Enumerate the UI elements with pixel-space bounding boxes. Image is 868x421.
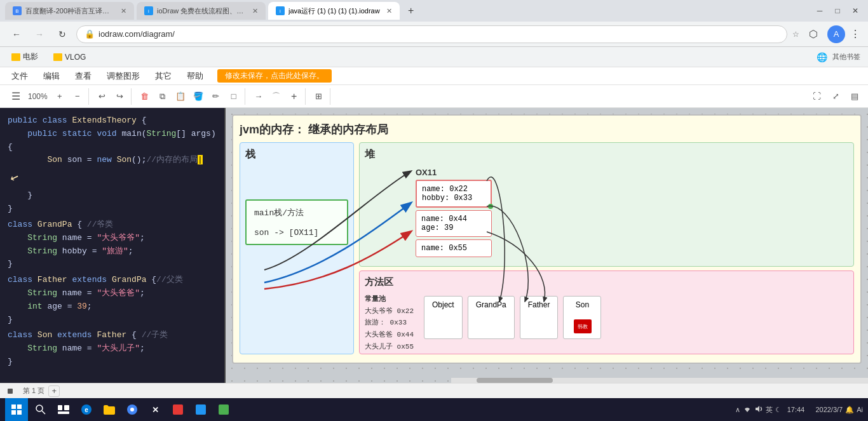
code-line-7: String name = "大头爷爷";	[8, 232, 217, 245]
shape-button[interactable]: □	[226, 88, 242, 105]
heap-box2-line2: age: 39	[421, 224, 486, 232]
taskbar-app7[interactable]	[191, 399, 211, 420]
stack-main-line3: son -> [OX11]	[254, 228, 339, 237]
grid-button[interactable]: ⊞	[311, 88, 327, 105]
right-sections: 堆 OX11 name: 0x22 hobby: 0x33	[359, 142, 854, 354]
connection-button[interactable]: →	[250, 88, 267, 105]
forward-button[interactable]: →	[31, 25, 48, 43]
undo-button[interactable]: ↩	[94, 88, 111, 105]
h-scrollbar-thumb[interactable]	[477, 378, 553, 383]
taskbar-x[interactable]: ✕	[145, 399, 165, 420]
bookmark-vlog[interactable]: VLOG	[50, 51, 90, 63]
code-line-3: Son son = new Son();//内存的布局| ↗	[8, 154, 217, 189]
main-canvas-area: public class ExtendsTheory { public stat…	[0, 108, 868, 383]
resize-handle-1[interactable]	[488, 204, 493, 209]
menu-help[interactable]: 帮助	[180, 69, 210, 83]
line-color-button[interactable]: ✏	[208, 88, 224, 105]
reload-button[interactable]: ↻	[53, 25, 71, 43]
code-line-8: String hobby = "旅游";	[8, 245, 217, 258]
zoom-in-button[interactable]: +	[51, 88, 68, 105]
add-page-button[interactable]: +	[48, 385, 60, 397]
profile-button[interactable]: A	[827, 25, 845, 43]
heap-box1-line1: name: 0x22	[422, 185, 485, 194]
start-button[interactable]	[5, 398, 28, 421]
svg-line-5	[42, 411, 45, 414]
code-line-1: public class ExtendsTheory {	[8, 114, 217, 128]
copy-button[interactable]: ⧉	[154, 88, 171, 105]
minimize-button[interactable]: ─	[812, 3, 827, 18]
tab-baidu[interactable]: B 百度翻译-200种语言互译、沟通... ✕	[5, 2, 134, 20]
canvas-panel[interactable]: jvm的内存： 继承的内存布局 栈 main栈/方法 son -> [OX11]	[226, 108, 868, 383]
heap-box-father[interactable]: name: 0x44 age: 39	[416, 210, 492, 237]
menu-file[interactable]: 文件	[5, 69, 34, 83]
svg-text:e: e	[85, 406, 88, 413]
network-icon[interactable]	[743, 405, 752, 414]
stack-main-box[interactable]: main栈/方法 son -> [OX11]	[245, 199, 348, 245]
tab-iodraw-label: ioDraw 免费在线流程图、思...	[157, 6, 246, 16]
taskbar-app8[interactable]	[214, 399, 234, 420]
bookmark-button[interactable]: ☆	[792, 30, 799, 39]
url-bar[interactable]: 🔒 iodraw.com/diagram/	[76, 25, 787, 43]
bookmarks-more-label: 其他书签	[832, 52, 860, 62]
window-controls: ─ □ ✕	[812, 3, 863, 18]
taskbar-chrome[interactable]	[122, 399, 142, 420]
volume-icon[interactable]	[754, 404, 763, 415]
maximize-button[interactable]: □	[830, 3, 845, 18]
save-notice[interactable]: 修改未保存，点击此处保存。	[217, 69, 332, 83]
sidebar-toggle-icon[interactable]	[8, 389, 13, 394]
paste-button[interactable]: 📋	[172, 88, 189, 105]
class-box-father[interactable]: Father	[520, 296, 559, 339]
menu-other[interactable]: 其它	[149, 69, 178, 83]
menu-adjust[interactable]: 调整图形	[100, 69, 146, 83]
ox11-label: OX11	[416, 168, 492, 177]
h-scrollbar[interactable]	[451, 378, 868, 383]
fit-button[interactable]: ⤢	[827, 88, 844, 105]
code-line-4: }	[8, 189, 217, 203]
class-box-son[interactable]: Son 韩教	[563, 296, 601, 339]
lock-icon: 🔒	[85, 29, 95, 39]
heap-box-grandpa[interactable]: name: 0x22 hobby: 0x33	[416, 180, 492, 208]
tab-baidu-close[interactable]: ✕	[121, 7, 126, 15]
panel-right-button[interactable]: ▤	[846, 88, 863, 105]
curve-button[interactable]: ⌒	[268, 88, 285, 105]
tab-baidu-label: 百度翻译-200种语言互译、沟通...	[25, 6, 114, 16]
notification-icon[interactable]: 🔔	[845, 406, 854, 414]
taskbar-search[interactable]	[31, 399, 51, 420]
taskbar-folder[interactable]	[99, 399, 119, 420]
more-button[interactable]: ⋮	[850, 28, 860, 40]
menu-edit[interactable]: 编辑	[37, 69, 66, 83]
app7-icon	[196, 404, 206, 415]
fullscreen-button[interactable]: ⛶	[808, 88, 825, 105]
new-tab-button[interactable]: +	[402, 2, 420, 20]
zoom-out-button[interactable]: −	[69, 88, 86, 105]
class-box-object-label: Object	[432, 300, 454, 309]
delete-button[interactable]: 🗑	[137, 88, 153, 105]
class-box-object[interactable]: Object	[424, 296, 463, 339]
extensions-button[interactable]: ⬡	[804, 25, 822, 43]
taskbar-app6[interactable]	[168, 399, 188, 420]
tab-java-close[interactable]: ✕	[386, 7, 392, 15]
class-box-grandpa[interactable]: GrandPa	[468, 296, 515, 339]
bookmark-dianying[interactable]: 电影	[8, 50, 42, 63]
taskbar-date: 2022/3/7	[807, 406, 843, 413]
taskbar-taskview[interactable]	[53, 399, 74, 420]
ime-label[interactable]: 英	[766, 405, 773, 415]
tab-java[interactable]: i java运行 (1) (1) (1) (1).iodraw ✕	[268, 2, 400, 20]
back-button[interactable]: ←	[8, 25, 25, 43]
taskbar-edge[interactable]: e	[76, 399, 97, 420]
panel-toggle-button[interactable]: ☰	[8, 88, 24, 105]
title-bar: B 百度翻译-200种语言互译、沟通... ✕ i ioDraw 免费在线流程图…	[0, 0, 868, 22]
taskbar-arrow[interactable]: ∧	[735, 406, 740, 414]
globe-icon[interactable]: 🌐	[817, 52, 827, 62]
redo-button[interactable]: ↪	[112, 88, 128, 105]
menu-view[interactable]: 查看	[69, 69, 98, 83]
tab-iodraw[interactable]: i ioDraw 免费在线流程图、思... ✕	[137, 2, 266, 20]
close-button[interactable]: ✕	[848, 3, 863, 18]
method-title: 方法区	[365, 276, 848, 288]
diagram-area: jvm的内存： 继承的内存布局 栈 main栈/方法 son -> [OX11]	[232, 114, 862, 364]
heap-box-son[interactable]: name: 0x55	[416, 239, 492, 257]
fill-color-button[interactable]: 🪣	[190, 88, 207, 105]
page-indicator: 第 1 页 +	[23, 385, 60, 397]
tab-iodraw-close[interactable]: ✕	[252, 7, 258, 15]
add-button[interactable]: +	[286, 88, 302, 105]
